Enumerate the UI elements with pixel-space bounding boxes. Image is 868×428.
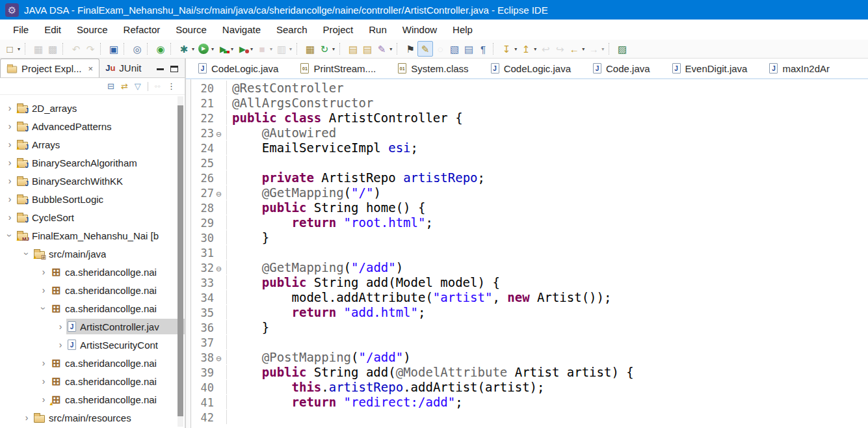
show-selected-element-button[interactable]: ▧ xyxy=(447,41,462,57)
tab-project-explorer[interactable]: Project Expl... × xyxy=(0,59,99,77)
open-resource-button[interactable]: ▤ xyxy=(346,41,360,57)
tree-item[interactable]: ›BubbleSortLogic xyxy=(0,190,185,208)
dropdown-arrow-icon[interactable]: ▾ xyxy=(389,46,392,52)
inspect-button[interactable]: ◎ xyxy=(130,41,144,57)
run-button[interactable]: ▶▾ xyxy=(196,41,216,57)
dropdown-arrow-icon[interactable]: ▾ xyxy=(582,46,585,52)
editor-tab-printstream-[interactable]: 01PrintStream.... xyxy=(295,63,382,74)
run-coverage-button[interactable]: ▶▾ xyxy=(216,41,235,57)
code-line[interactable]: 21@AllArgsConstructor xyxy=(191,96,868,111)
code-line[interactable]: 26 private ArtistRepo artistRepo; xyxy=(191,170,868,185)
chevron-right-icon[interactable]: › xyxy=(38,394,49,405)
chevron-right-icon[interactable]: › xyxy=(4,103,16,113)
code-line[interactable]: 39 public String add(@ModelAttribute Art… xyxy=(191,365,868,380)
menu-search[interactable]: Search xyxy=(269,21,315,38)
tree-item[interactable]: ›▲BinarySearchAlgoritham xyxy=(0,154,185,172)
code-line[interactable]: 22public class ArtistController { xyxy=(191,111,868,126)
fold-collapse-icon[interactable]: ⊖ xyxy=(216,127,226,142)
editor-tab-codelogic-java[interactable]: JCodeLogic.java xyxy=(192,63,284,74)
dropdown-arrow-icon[interactable]: ▾ xyxy=(250,46,253,52)
editor-tab-maxin2dar[interactable]: JmaxIn2dAr xyxy=(763,63,835,74)
chevron-right-icon[interactable]: › xyxy=(38,285,49,295)
chevron-right-icon[interactable]: › xyxy=(21,412,33,423)
tree-item[interactable]: ›CycleSort xyxy=(0,208,185,226)
code-line[interactable]: 42 xyxy=(191,410,868,425)
code-line[interactable]: 30 } xyxy=(191,230,868,245)
tree-item[interactable]: ›▲Arrays xyxy=(0,135,185,154)
code-line[interactable]: 31 xyxy=(191,245,868,260)
tree-item[interactable]: ›JArtistSecurityCont xyxy=(0,336,185,354)
chevron-right-icon[interactable]: › xyxy=(4,157,16,168)
open-folder-button[interactable]: ▤ xyxy=(360,41,375,57)
tree-item[interactable]: ›⊞▲ca.sheridancollge.nai xyxy=(0,390,185,408)
editor-tab-codelogic-java[interactable]: JCodeLogic.java xyxy=(485,63,577,74)
debug-button[interactable]: ✱▾ xyxy=(177,41,196,57)
tab-junit[interactable]: Ju JUnit xyxy=(99,59,147,77)
back-button[interactable]: ←▾ xyxy=(567,41,586,57)
code-line[interactable]: 38⊖ @PostMapping("/add") xyxy=(191,350,868,365)
chevron-down-icon[interactable]: › xyxy=(21,248,32,260)
menu-project[interactable]: Project xyxy=(315,21,362,38)
menu-navigate[interactable]: Navigate xyxy=(215,21,269,38)
dropdown-arrow-icon[interactable]: ▾ xyxy=(192,46,194,52)
chevron-right-icon[interactable]: › xyxy=(4,176,16,186)
tree-item[interactable]: ›BinarySearchWithKK xyxy=(0,172,185,190)
search-button[interactable]: ⚑ xyxy=(403,41,417,57)
chevron-right-icon[interactable]: › xyxy=(55,321,66,332)
launch-config-button[interactable]: ✎▾ xyxy=(375,41,394,57)
chevron-right-icon[interactable]: › xyxy=(4,139,16,150)
fold-collapse-icon[interactable]: ⊖ xyxy=(216,351,226,366)
code-line[interactable]: 25 xyxy=(191,155,868,170)
code-line[interactable]: 35 return "add.html"; xyxy=(191,305,868,320)
chevron-right-icon[interactable]: › xyxy=(4,194,16,204)
chevron-down-icon[interactable]: › xyxy=(38,302,49,314)
tree-scrollbar[interactable] xyxy=(178,96,183,427)
dropdown-arrow-icon[interactable]: ▾ xyxy=(289,46,292,52)
dropdown-arrow-icon[interactable]: ▾ xyxy=(18,46,20,52)
chevron-down-icon[interactable]: › xyxy=(5,230,15,241)
show-source-button[interactable]: ▤ xyxy=(462,41,476,57)
close-icon[interactable]: × xyxy=(88,64,94,74)
code-line[interactable]: 23⊖ @Autowired xyxy=(191,126,868,140)
chevron-right-icon[interactable]: › xyxy=(38,376,49,386)
menu-source[interactable]: Source xyxy=(168,21,215,38)
tree-item[interactable]: ›▲2D_arrays xyxy=(0,99,185,117)
dropdown-arrow-icon[interactable]: ▾ xyxy=(332,46,335,52)
prev-annotation-button[interactable]: ↥▾ xyxy=(519,41,538,57)
toggle-mark-occurrences-button[interactable]: ✎ xyxy=(417,41,433,57)
menu-source[interactable]: Source xyxy=(69,21,116,38)
filter-button[interactable]: ▽ xyxy=(135,82,141,90)
chevron-right-icon[interactable]: › xyxy=(4,212,16,222)
code-line[interactable]: 34 model.addAttribute("artist", new Arti… xyxy=(191,290,868,305)
fold-collapse-icon[interactable]: ⊖ xyxy=(216,187,226,202)
code-line[interactable]: 40 this.artistRepo.addArtist(artist); xyxy=(191,380,868,395)
dropdown-arrow-icon[interactable]: ▾ xyxy=(514,46,517,52)
show-whitespace-button[interactable]: ¶ xyxy=(476,41,490,57)
view-menu-button[interactable]: ⋮ xyxy=(167,82,176,90)
tree-item[interactable]: ›▲FinalExam_Nehanshu_Nai [b xyxy=(0,226,185,245)
tree-scrollbar-thumb[interactable] xyxy=(178,105,183,416)
dropdown-arrow-icon[interactable]: ▾ xyxy=(601,46,604,52)
dropdown-arrow-icon[interactable]: ▾ xyxy=(534,46,536,52)
tree-item[interactable]: ›▲src/main/java xyxy=(0,245,185,263)
dropdown-arrow-icon[interactable]: ▾ xyxy=(270,46,272,52)
update-project-button[interactable]: ↻▾ xyxy=(317,41,337,57)
code-line[interactable]: 41 return "redirect:/add"; xyxy=(191,395,868,410)
tree-item[interactable]: ›⊞ca.sheridancollge.nai xyxy=(0,299,185,317)
tree-item[interactable]: ›⊞ca.sheridancollge.nai xyxy=(0,372,185,390)
editor-tab-system-class[interactable]: 01System.class xyxy=(392,63,474,74)
next-annotation-button[interactable]: ↧▾ xyxy=(499,41,519,57)
profile-button[interactable]: ▶▾ xyxy=(235,41,255,57)
chevron-right-icon[interactable]: › xyxy=(55,340,66,350)
fold-collapse-icon[interactable]: ⊖ xyxy=(216,261,226,276)
tree-item[interactable]: ›src/main/resources xyxy=(0,408,185,427)
maximize-view-button[interactable] xyxy=(170,66,178,72)
tree-item[interactable]: ›JArtistController.jav xyxy=(0,317,185,336)
pin-editor-button[interactable]: ▨ xyxy=(615,41,629,57)
minimize-view-button[interactable] xyxy=(157,68,164,70)
new-report-button[interactable]: ▦ xyxy=(303,41,317,57)
menu-refactor[interactable]: Refactor xyxy=(116,21,168,38)
collapse-all-button[interactable]: ⊟ xyxy=(107,82,114,90)
spring-boot-button[interactable]: ◉ xyxy=(153,41,168,57)
editor-tab-evendigit-java[interactable]: JEvenDigit.java xyxy=(666,63,754,74)
